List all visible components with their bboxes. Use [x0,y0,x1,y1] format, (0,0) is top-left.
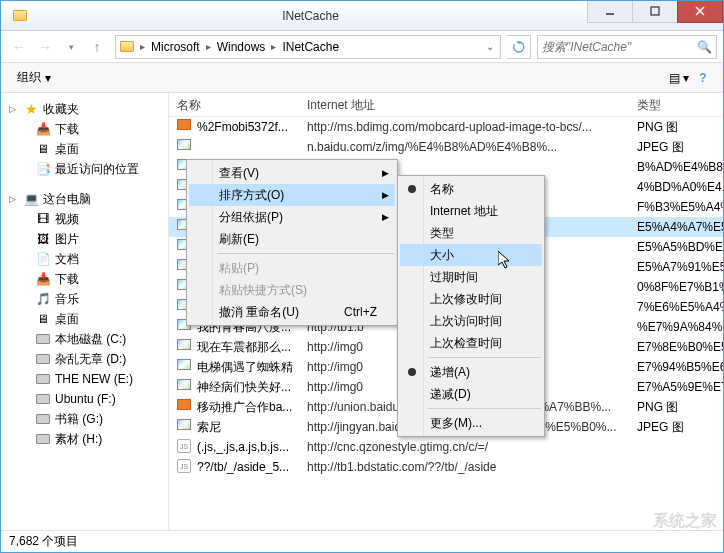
sort-type[interactable]: 类型 [400,222,542,244]
tree-item-drive-d[interactable]: 杂乱无章 (D:) [1,349,168,369]
picture-icon: 🖼 [35,231,51,247]
file-name: 电梯偶遇了蜘蛛精 [197,359,299,376]
navigation-bar: ← → ▾ ↑ ▸ Microsoft ▸ Windows ▸ INetCach… [1,31,723,63]
ctx-undo-rename[interactable]: 撤消 重命名(U)Ctrl+Z [189,301,395,323]
file-type: B%AD%E4%B8... JPEG 图 [629,159,723,176]
file-type: E7%A5%9E%E7... JPEG 图 [629,379,723,396]
tree-item-recent[interactable]: 📑最近访问的位置 [1,159,168,179]
close-button[interactable] [677,1,723,23]
sort-ascending[interactable]: 递增(A) [400,361,542,383]
breadcrumb[interactable]: ▸ Microsoft ▸ Windows ▸ INetCache ⌄ [115,35,501,59]
file-url: http://tb1.bdstatic.com/??/tb/_/aside [299,460,629,474]
expand-icon[interactable]: ▷ [9,104,19,114]
column-type[interactable]: 类型 [629,93,723,116]
tree-item-drive-f[interactable]: Ubuntu (F:) [1,389,168,409]
tree-item-drive-h[interactable]: 素材 (H:) [1,429,168,449]
drive-icon [35,331,51,347]
refresh-button[interactable] [507,35,531,59]
file-type: JPEG 图 [629,139,723,156]
sort-modified[interactable]: 上次修改时间 [400,288,542,310]
menu-separator [428,357,541,358]
ctx-paste-shortcut: 粘贴快捷方式(S) [189,279,395,301]
sort-internet-address[interactable]: Internet 地址 [400,200,542,222]
sort-name[interactable]: 名称 [400,178,542,200]
tree-item-drive-g[interactable]: 书籍 (G:) [1,409,168,429]
ctx-group-by[interactable]: 分组依据(P)▶ [189,206,395,228]
refresh-icon [513,41,525,53]
file-type: PNG 图 [629,119,723,136]
search-box[interactable]: 🔍 [537,35,717,59]
sort-checked[interactable]: 上次检查时间 [400,332,542,354]
sort-accessed[interactable]: 上次访问时间 [400,310,542,332]
ctx-paste: 粘贴(P) [189,257,395,279]
breadcrumb-segment[interactable]: INetCache [278,36,343,58]
app-icon [7,3,33,29]
file-type: PNG 图 [629,399,723,416]
minimize-button[interactable] [587,1,633,23]
sort-descending[interactable]: 递减(D) [400,383,542,405]
tree-item-music[interactable]: 🎵音乐 [1,289,168,309]
list-item[interactable]: JS(.js,_.js,a.js,b.js...http://cnc.qzone… [169,437,723,457]
sort-expiry[interactable]: 过期时间 [400,266,542,288]
up-button[interactable]: ↑ [85,35,109,59]
star-icon: ★ [23,101,39,117]
drive-icon [35,411,51,427]
column-headers: 名称 Internet 地址 类型 [169,93,723,117]
recent-dropdown[interactable]: ▾ [59,35,83,59]
file-name: 现在车震都那么... [197,339,299,356]
file-type: %E7%9A%84%E... JPEG 图 [629,319,723,336]
sort-size[interactable]: 大小 [400,244,542,266]
ctx-sort-by[interactable]: 排序方式(O)▶ [189,184,395,206]
radio-icon [408,368,416,376]
breadcrumb-segment[interactable]: Windows [213,36,270,58]
search-input[interactable] [542,40,697,54]
tree-favorites[interactable]: ▷ ★ 收藏夹 [1,99,168,119]
chevron-right-icon[interactable]: ▸ [269,41,278,52]
organize-label: 组织 [17,69,41,86]
expand-icon[interactable]: ▷ [9,194,19,204]
drive-icon [35,431,51,447]
list-item[interactable]: JS??/tb/_/aside_5...http://tb1.bdstatic.… [169,457,723,477]
tree-item-drive-e[interactable]: THE NEW (E:) [1,369,168,389]
tree-item-desktop[interactable]: 🖥桌面 [1,309,168,329]
tree-item-drive-c[interactable]: 本地磁盘 (C:) [1,329,168,349]
img-file-icon [177,419,193,435]
tree-item-desktop[interactable]: 🖥桌面 [1,139,168,159]
breadcrumb-dropdown[interactable]: ⌄ [480,41,500,52]
chevron-right-icon[interactable]: ▸ [138,41,147,52]
drive-icon [35,351,51,367]
menu-separator [428,408,541,409]
chevron-right-icon[interactable]: ▸ [204,41,213,52]
breadcrumb-segment[interactable]: Microsoft [147,36,204,58]
tree-item-videos[interactable]: 🎞视频 [1,209,168,229]
list-item[interactable]: n.baidu.com/z/img/%E4%B8%AD%E4%B8%...JPE… [169,137,723,157]
view-options-button[interactable]: ▤ ▾ [667,66,691,90]
back-button[interactable]: ← [7,35,31,59]
music-icon: 🎵 [35,291,51,307]
js-file-icon: JS [177,459,193,475]
tree-item-documents[interactable]: 📄文档 [1,249,168,269]
column-url[interactable]: Internet 地址 [299,93,629,116]
tree-item-downloads[interactable]: 📥下载 [1,269,168,289]
computer-icon: 💻 [23,191,39,207]
toolbar: 组织 ▾ ▤ ▾ ? [1,63,723,93]
sort-more[interactable]: 更多(M)... [400,412,542,434]
forward-button[interactable]: → [33,35,57,59]
organize-button[interactable]: 组织 ▾ [9,67,59,88]
ctx-view[interactable]: 查看(V)▶ [189,162,395,184]
tree-item-downloads[interactable]: 📥下载 [1,119,168,139]
file-name: ??/tb/_/aside_5... [197,460,299,474]
search-icon[interactable]: 🔍 [697,40,712,54]
tree-this-pc[interactable]: ▷ 💻 这台电脑 [1,189,168,209]
ctx-refresh[interactable]: 刷新(E) [189,228,395,250]
column-name[interactable]: 名称 [169,93,299,116]
navigation-pane[interactable]: ▷ ★ 收藏夹 📥下载 🖥桌面 📑最近访问的位置 ▷ 💻 这台电脑 🎞视频 🖼图… [1,93,169,530]
help-button[interactable]: ? [691,66,715,90]
tree-item-pictures[interactable]: 🖼图片 [1,229,168,249]
list-item[interactable]: %2Fmobi5372f...http://ms.bdimg.com/mobca… [169,117,723,137]
menu-separator [217,253,394,254]
status-bar: 7,682 个项目 [1,530,723,552]
maximize-button[interactable] [632,1,678,23]
folder-icon [116,41,138,52]
file-name: %2Fmobi5372f... [197,120,299,134]
